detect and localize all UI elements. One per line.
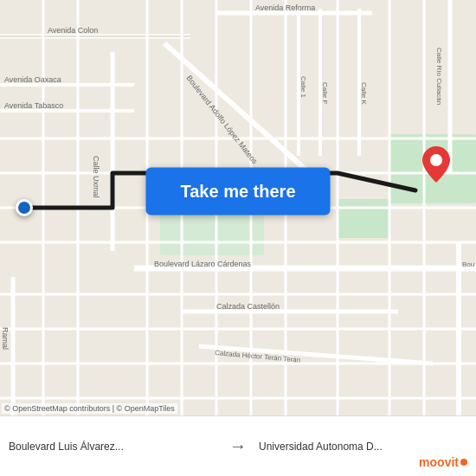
- svg-text:Avenida Tabasco: Avenida Tabasco: [4, 101, 63, 110]
- map-attribution: © OpenStreetMap contributors | © OpenMap…: [2, 403, 177, 414]
- from-location-label: Boulevard Luis Álvarez...: [9, 441, 124, 453]
- svg-text:Calle 1: Calle 1: [299, 76, 307, 98]
- svg-text:Calle Uxmal: Calle Uxmal: [92, 156, 100, 198]
- direction-arrow-icon: →: [229, 436, 247, 456]
- svg-text:Avenida Reforma: Avenida Reforma: [255, 3, 315, 12]
- moovit-logo: moovit: [419, 455, 467, 469]
- svg-rect-2: [338, 199, 389, 238]
- svg-text:Calle F: Calle F: [321, 82, 329, 104]
- bottom-navigation-bar: Boulevard Luis Álvarez... → Universidad …: [0, 415, 476, 476]
- destination-marker: [422, 146, 450, 186]
- svg-text:Bou: Bou: [462, 261, 474, 268]
- map-container: Avenida Colon Avenida Reforma Calle Río …: [0, 0, 476, 415]
- to-location: Universidad Autonoma D...: [252, 441, 467, 453]
- from-location: Boulevard Luis Álvarez...: [9, 441, 224, 453]
- to-location-label: Universidad Autonoma D...: [259, 441, 383, 453]
- svg-text:Calle Río Culiacán: Calle Río Culiacán: [435, 48, 443, 105]
- svg-text:Calle K: Calle K: [360, 82, 368, 105]
- moovit-dot-icon: [460, 459, 467, 466]
- take-me-there-button[interactable]: Take me there: [145, 167, 330, 215]
- svg-text:Calzada Castellón: Calzada Castellón: [216, 302, 280, 311]
- moovit-brand-name: moovit: [419, 455, 459, 469]
- svg-point-53: [430, 154, 442, 166]
- svg-text:Ramal: Ramal: [1, 327, 10, 350]
- svg-text:Avenida Oaxaca: Avenida Oaxaca: [4, 75, 61, 84]
- svg-text:Boulevard Lázaro Cárdenas: Boulevard Lázaro Cárdenas: [154, 260, 252, 268]
- svg-text:Avenida Colon: Avenida Colon: [48, 26, 98, 35]
- origin-marker: [16, 199, 33, 216]
